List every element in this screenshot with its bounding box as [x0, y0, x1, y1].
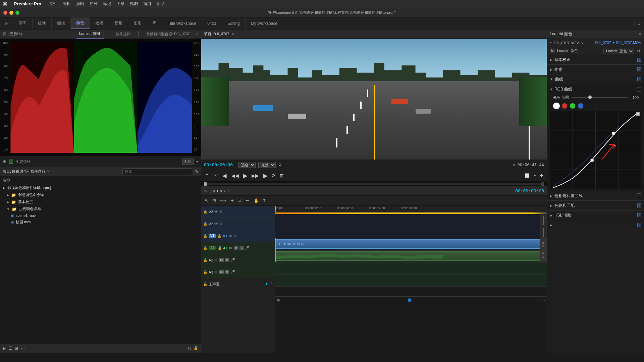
eye-v2-icon[interactable]: 👁 — [214, 222, 218, 226]
hsl-secondary-enable-checkbox[interactable]: ✓ — [637, 213, 641, 217]
type-tool[interactable]: T — [262, 198, 266, 204]
timeline-track-a1[interactable] — [275, 250, 547, 262]
go-to-out-button[interactable]: |▶ — [262, 173, 269, 178]
eye-v1-icon[interactable]: 👁 — [229, 234, 232, 238]
track-a1-button[interactable]: A1 — [209, 246, 216, 250]
lock-v1-icon[interactable]: 🔒 — [203, 234, 207, 238]
mark-in-button[interactable]: ⌃ — [204, 173, 210, 178]
lumetri-section-hsl-secondary-header[interactable]: ▶ HSL 辅助 ✓ — [547, 210, 644, 220]
list-item[interactable]: ▣ scene1.mov — [0, 213, 201, 219]
ripple-edit-tool[interactable]: ⟺ — [219, 197, 227, 204]
project-menu-button[interactable]: ≡ — [47, 170, 49, 173]
project-new-bin-button[interactable]: ⊕ — [194, 169, 198, 174]
basic-enable-checkbox[interactable]: ✓ — [637, 58, 641, 62]
list-item[interactable]: ▶ 影视调色和插件详解.prproj — [0, 184, 201, 191]
settings-icon[interactable]: ⋯ — [21, 346, 25, 351]
effects-controls-tab[interactable]: 效果控件 — [112, 29, 134, 39]
new-item-icon[interactable]: ▶ — [3, 346, 6, 351]
tab-edit[interactable]: 编辑 — [52, 17, 71, 29]
project-expand-button[interactable]: » — [51, 170, 53, 173]
mute-a3-button[interactable]: M — [219, 270, 224, 274]
mic-a3-icon[interactable]: 🎤 — [230, 270, 235, 274]
blue-channel-dot[interactable] — [578, 103, 583, 109]
track-v1-button[interactable]: V1 — [209, 234, 216, 238]
snap-v2-icon[interactable]: ⊞ — [219, 222, 222, 226]
menu-window[interactable]: 窗口 — [143, 1, 151, 7]
tab-library[interactable]: 库 — [147, 17, 162, 29]
icon-view-icon[interactable]: ⊞ — [15, 346, 18, 351]
lock-v2-icon[interactable]: 🔒 — [203, 222, 207, 226]
tab-effects[interactable]: 效果 — [90, 17, 109, 29]
tab-learn[interactable]: 学习 — [13, 17, 33, 29]
timeline-track-v2[interactable] — [275, 226, 547, 238]
solo-a3-button[interactable]: S — [225, 270, 229, 274]
hdr-slider-thumb[interactable] — [588, 96, 592, 99]
safe-zones-button[interactable]: ⬜ — [524, 173, 531, 178]
menu-file[interactable]: 文件 — [49, 1, 57, 7]
list-view-icon[interactable]: ☰ — [8, 346, 12, 351]
waveform-tool-icon[interactable]: ⚙ — [3, 159, 6, 164]
lumetri-range-tab[interactable]: Lumetri 范围 — [76, 29, 104, 39]
maximize-window-button[interactable] — [15, 11, 19, 15]
snap-a2-icon[interactable]: ⊞ — [214, 258, 217, 262]
timeline-track-v1[interactable]: DJI_0707.MOV [V] — [275, 238, 547, 250]
selection-tool[interactable]: ↖ — [204, 197, 209, 204]
eye-v3-icon[interactable]: 👁 — [214, 210, 218, 214]
tab-color[interactable]: 颜色 — [71, 17, 90, 29]
menu-graphic[interactable]: 图形 — [116, 1, 124, 7]
video-clip-v1[interactable]: DJI_0707.MOV [V] — [275, 239, 540, 249]
play-pause-button[interactable]: ▶ — [242, 172, 249, 179]
snap-a3-icon[interactable]: ⊞ — [214, 270, 217, 274]
white-channel-dot[interactable] — [554, 103, 559, 109]
step-forward-button[interactable]: ▶▶ — [251, 173, 260, 178]
mic-a2-icon[interactable]: 🎤 — [230, 258, 235, 262]
list-item[interactable]: ▶ 📁 创意调色命令详 — [0, 191, 201, 198]
timeline-track-a3[interactable] — [275, 275, 547, 287]
mark-out-button[interactable]: ⌥ — [212, 173, 219, 178]
color-wheels-enable-checkbox[interactable]: ✓ — [637, 203, 641, 207]
solo-a1-button[interactable]: S — [239, 246, 244, 250]
program-fit-select[interactable]: 适合 — [238, 162, 256, 168]
workspace-more-button[interactable]: » — [634, 21, 644, 26]
lumetri-section-extra-header[interactable]: ▶ ✓ — [547, 220, 644, 230]
menu-help[interactable]: 帮助 — [157, 1, 165, 7]
timeline-track-a2[interactable] — [275, 262, 547, 275]
tab-0401[interactable]: 0401 — [202, 17, 222, 29]
lock-master-icon[interactable]: 🔒 — [203, 282, 207, 286]
playhead-position-input[interactable]: 🔵 — [408, 298, 412, 302]
lumetri-section-creative-header[interactable]: ▶ 创意 ✓ — [547, 65, 644, 74]
mic-a1-icon[interactable]: 🎤 — [245, 246, 250, 250]
clip-dropdown-icon[interactable]: ∨ — [581, 41, 584, 45]
slip-tool[interactable]: ⇄ — [237, 197, 243, 204]
tab-editing[interactable]: Editing — [222, 17, 246, 29]
tab-title-workspace[interactable]: Title Workspace — [162, 17, 202, 29]
green-channel-dot[interactable] — [570, 103, 575, 109]
curves-enable-checkbox[interactable]: ✓ — [637, 77, 641, 81]
list-item[interactable]: ▼ 📁 曲线调色详与 — [0, 205, 201, 213]
list-item[interactable]: ▣ 校园.mov — [0, 219, 201, 226]
extra-enable-checkbox[interactable]: ✓ — [637, 223, 641, 227]
more-button[interactable]: » — [533, 173, 537, 178]
pen-tool[interactable]: ✒ — [245, 197, 250, 204]
tab-my-workspace[interactable]: My Workspace — [246, 17, 283, 29]
snap-v3-icon[interactable]: ⊞ — [219, 210, 222, 214]
menu-edit[interactable]: 编辑 — [63, 1, 71, 7]
tab-components[interactable]: 组件 — [33, 17, 52, 29]
loop-button[interactable]: ⟳ — [271, 173, 277, 178]
timeline-close-button[interactable]: ✕ — [204, 189, 207, 193]
audio-clip-mixer-tab[interactable]: 音频剪辑混合器: DJI_0707 — [143, 29, 194, 39]
home-button[interactable]: ⌂ — [0, 17, 13, 29]
lumetri-section-color-wheels-header[interactable]: ▶ 色轮和匹配 ✓ — [547, 201, 644, 210]
hdr-range-slider[interactable] — [572, 97, 628, 98]
mute-a1-button[interactable]: M — [234, 246, 238, 250]
program-menu-button[interactable]: ≡ — [232, 32, 234, 36]
toggle-track-output-button[interactable]: ⊞ — [277, 298, 280, 302]
add-button[interactable]: + — [539, 173, 544, 179]
lumetri-section-hsl-curves-header[interactable]: ▶ 色相饱和度曲线 — [547, 191, 644, 200]
rgb-curve-graph[interactable]: ↖ — [550, 111, 641, 189]
list-item[interactable]: ▶ 📁 基本校正 — [0, 198, 201, 205]
bit-depth-select[interactable]: 8 位 — [182, 159, 194, 165]
insert-button[interactable]: ⊞ — [279, 173, 285, 178]
mute-a2-button[interactable]: M — [219, 258, 224, 262]
timeline-menu-button[interactable]: ≡ — [228, 189, 230, 193]
